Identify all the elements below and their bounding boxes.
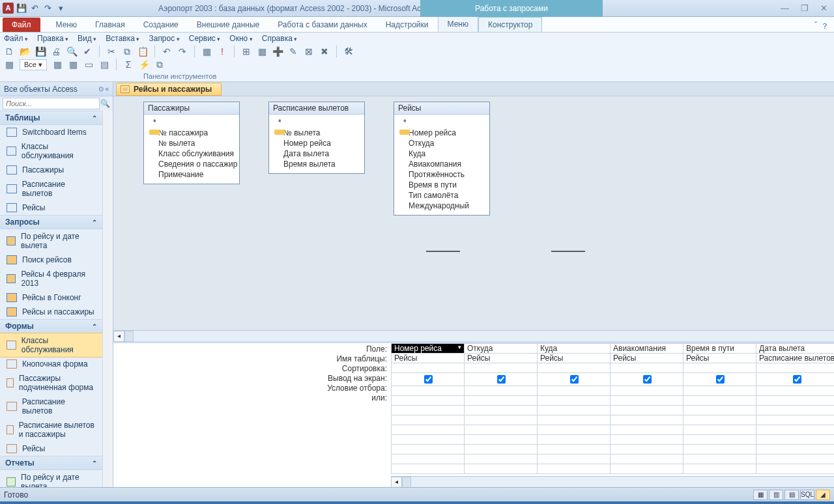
grid-cell[interactable] xyxy=(683,386,756,396)
close-icon[interactable]: ✕ xyxy=(820,3,827,13)
redo-icon-2[interactable]: ↷ xyxy=(177,46,188,57)
field-item[interactable]: Тип самолёта xyxy=(399,190,488,201)
nav-group-header[interactable]: Отчеты⌃ xyxy=(0,456,102,470)
grid-cell[interactable] xyxy=(392,425,465,435)
diagram-table[interactable]: Пассажиры*№ пассажира№ вылетаКласс обслу… xyxy=(143,102,240,184)
grid-cell[interactable] xyxy=(392,396,465,406)
doc-tab-active[interactable]: Рейсы и пассажиры xyxy=(116,83,222,96)
grid-cell[interactable] xyxy=(611,373,683,386)
view-datasheet-icon[interactable]: ▦ xyxy=(753,490,768,500)
save-icon-2[interactable]: 💾 xyxy=(35,46,46,57)
nav-item[interactable]: Поиск рейсов xyxy=(0,253,102,267)
grid-cell[interactable] xyxy=(465,445,538,455)
nav-item[interactable]: Рейсы в Гонконг xyxy=(0,290,102,305)
grid-cell[interactable] xyxy=(756,464,835,474)
field-item[interactable]: Куда xyxy=(399,148,488,159)
qat-more-icon[interactable]: ▾ xyxy=(55,3,66,14)
show-checkbox[interactable] xyxy=(424,375,433,384)
nav-item[interactable]: Расписание вылетов и пассажиры xyxy=(0,418,102,441)
tab-external-data[interactable]: Внешние данные xyxy=(188,18,269,32)
grid-cell[interactable]: Авиакомпания xyxy=(611,344,683,354)
grid-cell[interactable] xyxy=(392,435,465,445)
grid-cell[interactable] xyxy=(611,445,683,455)
grid-cell[interactable] xyxy=(538,415,611,425)
obj-form-icon[interactable]: ▭ xyxy=(83,59,94,70)
grid-cell[interactable] xyxy=(465,386,538,396)
grid-cell[interactable] xyxy=(538,425,611,435)
tab-menu[interactable]: Меню xyxy=(47,18,86,32)
paste-icon[interactable]: 📋 xyxy=(137,46,148,57)
field-item[interactable]: * xyxy=(399,117,488,128)
grid-cell[interactable] xyxy=(392,373,465,386)
diagram-table-caption[interactable]: Пассажиры xyxy=(144,102,239,115)
grid-cell[interactable] xyxy=(611,455,683,464)
tab-database-tools[interactable]: Работа с базами данных xyxy=(268,18,376,32)
grid-cell[interactable] xyxy=(538,396,611,406)
field-item[interactable]: Авиакомпания xyxy=(399,159,488,169)
diagram-table-caption[interactable]: Рейсы xyxy=(394,102,489,115)
tab-file[interactable]: Файл xyxy=(3,18,40,32)
grid-cell[interactable] xyxy=(465,464,538,474)
grid-hscroll-thumb[interactable] xyxy=(402,477,411,488)
show-checkbox[interactable] xyxy=(793,375,801,384)
grid-cell[interactable] xyxy=(392,363,465,373)
save-icon[interactable]: 💾 xyxy=(16,3,27,14)
menu-view[interactable]: Вид xyxy=(78,34,96,43)
grid-cell[interactable] xyxy=(611,396,683,406)
field-item[interactable]: № вылета xyxy=(274,128,363,138)
show-checkbox[interactable] xyxy=(643,375,652,384)
grid-cell[interactable] xyxy=(465,415,538,425)
grid-cell[interactable] xyxy=(683,455,756,464)
query-crosstab-icon[interactable]: ⊠ xyxy=(304,46,314,57)
diagram-table[interactable]: Расписание вылетов*№ вылетаНомер рейсаДа… xyxy=(268,102,365,174)
grid-cell[interactable]: Расписание вылетов xyxy=(756,354,835,363)
nav-item[interactable]: Switchboard Items xyxy=(0,125,102,139)
grid-cell[interactable] xyxy=(611,415,683,425)
grid-cell[interactable] xyxy=(683,464,756,474)
menu-query[interactable]: Запрос xyxy=(149,34,179,43)
grid-cell[interactable] xyxy=(611,425,683,435)
nav-group-header[interactable]: Таблицы⌃ xyxy=(0,111,102,125)
sql-icon[interactable]: ⧉ xyxy=(154,59,165,70)
field-item[interactable]: Международный xyxy=(399,201,488,211)
nav-item[interactable]: Рейсы xyxy=(0,201,102,215)
nav-item[interactable]: Пассажиры подчиненная форма xyxy=(0,371,102,395)
grid-cell[interactable]: Рейсы xyxy=(611,354,683,363)
grid-cell[interactable] xyxy=(683,445,756,455)
tab-menu-active[interactable]: Меню xyxy=(438,16,478,32)
copy-icon[interactable]: ⧉ xyxy=(122,46,132,57)
grid-cell[interactable]: Рейсы xyxy=(465,354,538,363)
field-item[interactable]: № вылета xyxy=(149,138,238,148)
grid-cell[interactable] xyxy=(392,445,465,455)
grid-cell[interactable] xyxy=(392,415,465,425)
nav-item[interactable]: Расписание вылетов xyxy=(0,395,102,418)
query-delete-icon[interactable]: ✖ xyxy=(319,46,330,57)
field-item[interactable]: * xyxy=(149,117,238,128)
hscroll-left-icon[interactable]: ◂ xyxy=(113,331,124,342)
grid-cell[interactable] xyxy=(465,435,538,445)
grid-cell[interactable] xyxy=(756,386,835,396)
builder-icon[interactable]: 🛠 xyxy=(343,46,354,57)
grid-cell[interactable] xyxy=(392,455,465,464)
nav-group-header[interactable]: Формы⌃ xyxy=(0,319,102,333)
nav-item[interactable]: Рейсы и пассажиры xyxy=(0,305,102,319)
grid-cell[interactable]: Дата вылета xyxy=(756,344,835,354)
tab-home[interactable]: Главная xyxy=(86,18,134,32)
field-item[interactable]: Номер рейса xyxy=(274,138,363,148)
view-design-icon[interactable]: ◢ xyxy=(816,490,830,500)
view-icon[interactable]: ▦ xyxy=(4,59,14,70)
spell-icon[interactable]: ✔ xyxy=(82,46,93,57)
query-select-icon[interactable]: ▦ xyxy=(201,46,212,57)
minimize-icon[interactable]: ― xyxy=(781,3,789,13)
help-icon[interactable]: ？ xyxy=(821,21,829,32)
grid-table[interactable]: Номер рейсаОткудаКудаАвиакомпанияВремя в… xyxy=(391,343,834,474)
grid-cell[interactable] xyxy=(392,406,465,415)
grid-cell[interactable] xyxy=(756,435,835,445)
grid-cell[interactable] xyxy=(538,464,611,474)
view-pivottable-icon[interactable]: ▥ xyxy=(769,490,783,500)
view-pivotchart-icon[interactable]: ▤ xyxy=(784,490,799,500)
grid-cell[interactable] xyxy=(756,406,835,415)
show-checkbox[interactable] xyxy=(497,375,506,384)
grid-cell[interactable] xyxy=(683,415,756,425)
nav-header[interactable]: Все объекты Access ⊙ « xyxy=(0,82,113,96)
